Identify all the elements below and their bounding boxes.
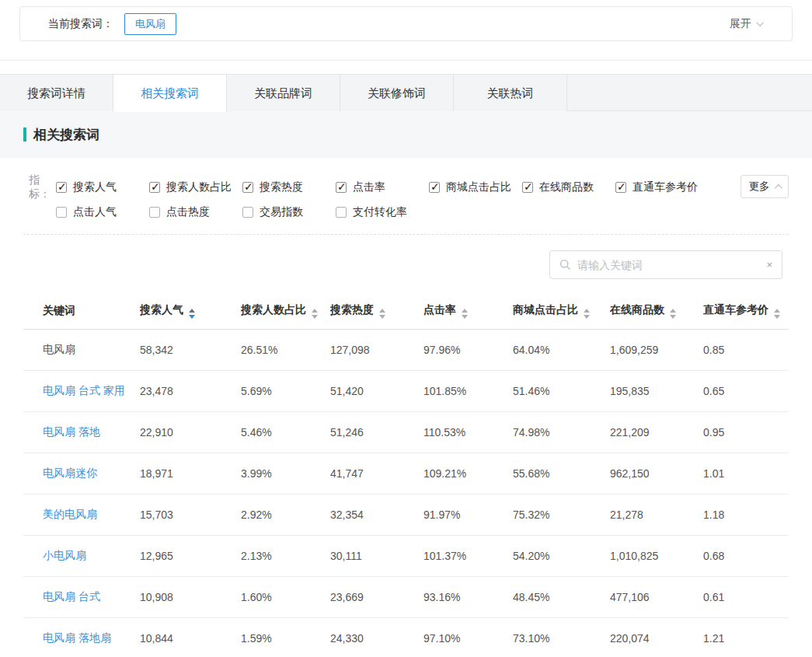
keyword-cell[interactable]: 电风扇 落地扇 bbox=[43, 631, 111, 644]
column-header-2[interactable]: 搜索人数占比 bbox=[241, 293, 330, 329]
search-input[interactable] bbox=[577, 259, 760, 271]
column-header-6[interactable]: 在线商品数 bbox=[610, 293, 703, 329]
value-cell: 74.98% bbox=[513, 411, 610, 453]
filter-checkbox-row1-1[interactable]: 搜索人数占比 bbox=[149, 180, 242, 194]
column-header-5[interactable]: 商城点击占比 bbox=[513, 293, 610, 329]
value-cell: 91.97% bbox=[423, 494, 513, 535]
section-title-band: 相关搜索词 bbox=[0, 111, 812, 158]
table-row: 电风扇 台式 家用23,4785.69%51,420101.85%51.46%1… bbox=[23, 370, 789, 411]
sort-icon[interactable] bbox=[670, 309, 676, 319]
value-cell: 0.95 bbox=[703, 411, 789, 453]
value-cell: 97.10% bbox=[423, 617, 513, 657]
tab-4[interactable]: 关联热词 bbox=[454, 75, 567, 111]
value-cell: 51.46% bbox=[513, 370, 610, 411]
filter-checkbox-row2-2[interactable]: 交易指数 bbox=[242, 205, 336, 219]
tab-0[interactable]: 搜索词详情 bbox=[0, 75, 113, 111]
current-search-label: 当前搜索词： bbox=[48, 17, 113, 31]
expand-toggle[interactable]: 展开 bbox=[730, 17, 764, 31]
sort-icon[interactable] bbox=[584, 309, 590, 319]
value-cell: 26.51% bbox=[241, 329, 330, 370]
expand-label: 展开 bbox=[730, 17, 751, 31]
filter-checkbox-label: 搜索人气 bbox=[73, 180, 117, 194]
value-cell: 221,209 bbox=[610, 411, 703, 453]
checkbox-unchecked-icon[interactable] bbox=[56, 207, 67, 218]
value-cell: 97.96% bbox=[423, 329, 513, 370]
filter-checkbox-label: 点击热度 bbox=[166, 205, 210, 219]
column-header-1[interactable]: 搜索人气 bbox=[140, 293, 241, 329]
value-cell: 75.32% bbox=[513, 494, 610, 535]
clear-icon[interactable]: × bbox=[766, 259, 772, 271]
value-cell: 127,098 bbox=[330, 329, 423, 370]
search-icon bbox=[559, 259, 571, 271]
checkbox-unchecked-icon[interactable] bbox=[242, 207, 253, 218]
checkbox-unchecked-icon[interactable] bbox=[336, 207, 347, 218]
current-keyword-tag[interactable]: 电风扇 bbox=[124, 13, 176, 35]
value-cell: 5.46% bbox=[241, 411, 330, 453]
title-accent-bar bbox=[23, 128, 26, 142]
keyword-cell[interactable]: 小电风扇 bbox=[43, 549, 86, 561]
checkbox-checked-icon[interactable] bbox=[615, 182, 626, 193]
sort-icon[interactable] bbox=[462, 309, 468, 319]
filter-checkbox-row1-3[interactable]: 点击率 bbox=[336, 180, 429, 194]
metrics-filter-panel: 指标： 搜索人气搜索人数占比搜索热度点击率商城点击占比在线商品数直通车参考价 点… bbox=[23, 158, 789, 220]
value-cell: 32,354 bbox=[330, 494, 423, 535]
value-cell: 10,844 bbox=[140, 617, 241, 657]
value-cell: 5.69% bbox=[241, 370, 330, 411]
checkbox-checked-icon[interactable] bbox=[522, 182, 533, 193]
checkbox-checked-icon[interactable] bbox=[242, 182, 253, 193]
filter-checkbox-row1-0[interactable]: 搜索人气 bbox=[56, 180, 149, 194]
value-cell: 477,106 bbox=[610, 576, 703, 617]
page-title: 相关搜索词 bbox=[33, 126, 99, 144]
table-row: 电风扇58,34226.51%127,09897.96%64.04%1,609,… bbox=[23, 329, 789, 370]
value-cell: 0.68 bbox=[703, 535, 789, 576]
filter-checkbox-row1-2[interactable]: 搜索热度 bbox=[242, 180, 336, 194]
tab-1[interactable]: 相关搜索词 bbox=[113, 75, 227, 112]
keyword-cell[interactable]: 电风扇 台式 家用 bbox=[43, 384, 125, 397]
tab-bar: 搜索词详情相关搜索词关联品牌词关联修饰词关联热词 bbox=[0, 74, 812, 111]
filter-checkbox-row1-6[interactable]: 直通车参考价 bbox=[615, 180, 709, 194]
checkbox-checked-icon[interactable] bbox=[149, 182, 160, 193]
sort-icon[interactable] bbox=[379, 309, 385, 319]
value-cell: 73.10% bbox=[513, 617, 610, 657]
keyword-cell[interactable]: 美的电风扇 bbox=[43, 508, 97, 520]
table-row: 小电风扇12,9652.13%30,111101.37%54.20%1,010,… bbox=[23, 535, 789, 576]
value-cell: 41,747 bbox=[330, 453, 423, 494]
column-header-label: 搜索人数占比 bbox=[241, 303, 306, 316]
keyword-cell[interactable]: 电风扇 台式 bbox=[43, 590, 100, 603]
filter-checkbox-row1-5[interactable]: 在线商品数 bbox=[522, 180, 615, 194]
sort-icon[interactable] bbox=[189, 309, 195, 319]
checkbox-checked-icon[interactable] bbox=[429, 182, 440, 193]
filter-checkbox-label: 支付转化率 bbox=[353, 205, 407, 219]
column-header-4[interactable]: 点击率 bbox=[423, 293, 513, 329]
value-cell: 110.53% bbox=[423, 411, 513, 453]
more-button[interactable]: 更多 bbox=[741, 175, 789, 198]
value-cell: 101.85% bbox=[423, 370, 513, 411]
column-header-7[interactable]: 直通车参考价 bbox=[703, 293, 789, 329]
column-header-0: 关键词 bbox=[23, 293, 140, 329]
filter-checkbox-row2-3[interactable]: 支付转化率 bbox=[336, 205, 429, 219]
checkbox-unchecked-icon[interactable] bbox=[149, 207, 160, 218]
checkbox-checked-icon[interactable] bbox=[336, 182, 347, 193]
column-header-3[interactable]: 搜索热度 bbox=[330, 293, 423, 329]
value-cell: 0.65 bbox=[703, 370, 789, 411]
filter-checkbox-row1-4[interactable]: 商城点击占比 bbox=[429, 180, 522, 194]
tab-2[interactable]: 关联品牌词 bbox=[227, 75, 340, 111]
value-cell: 1.18 bbox=[703, 494, 789, 535]
value-cell: 1.01 bbox=[703, 453, 789, 494]
filter-checkbox-label: 商城点击占比 bbox=[446, 180, 511, 194]
filter-checkbox-row2-0[interactable]: 点击人气 bbox=[56, 205, 149, 219]
value-cell: 1.60% bbox=[241, 576, 330, 617]
filter-checkbox-label: 点击率 bbox=[353, 180, 385, 194]
value-cell: 12,965 bbox=[140, 535, 241, 576]
sort-icon[interactable] bbox=[312, 309, 318, 319]
tab-3[interactable]: 关联修饰词 bbox=[340, 75, 454, 111]
checkbox-checked-icon[interactable] bbox=[56, 182, 67, 193]
value-cell: 64.04% bbox=[513, 329, 610, 370]
sort-icon[interactable] bbox=[774, 309, 780, 319]
filter-checkbox-row2-1[interactable]: 点击热度 bbox=[149, 205, 242, 219]
value-cell: 18,971 bbox=[140, 453, 241, 494]
keyword-cell[interactable]: 电风扇 落地 bbox=[43, 425, 100, 438]
value-cell: 48.45% bbox=[513, 576, 610, 617]
column-header-label: 关键词 bbox=[43, 304, 75, 316]
keyword-cell[interactable]: 电风扇迷你 bbox=[43, 467, 97, 479]
